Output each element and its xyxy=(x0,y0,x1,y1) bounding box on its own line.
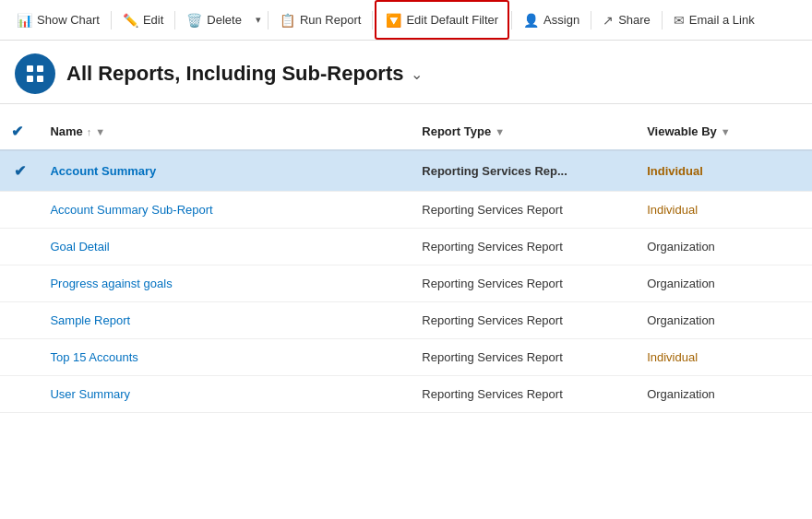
table-row[interactable]: Account Summary Sub-ReportReporting Serv… xyxy=(0,192,812,229)
svg-rect-2 xyxy=(27,76,33,82)
row-report-type-cell: Reporting Services Report xyxy=(411,229,636,265)
edit-icon: ✏️ xyxy=(123,13,138,28)
row-name-cell: Account Summary xyxy=(39,150,411,192)
row-check-cell[interactable] xyxy=(0,302,39,339)
row-name-cell: Progress against goals xyxy=(39,265,411,302)
report-name-link[interactable]: Sample Report xyxy=(50,313,130,327)
row-name-cell: Top 15 Accounts xyxy=(39,339,411,376)
separator-5 xyxy=(511,11,512,29)
separator-2 xyxy=(174,11,175,29)
row-viewable-by-cell: Individual xyxy=(636,150,812,192)
separator-7 xyxy=(662,11,663,29)
table-row[interactable]: ✔Account SummaryReporting Services Rep..… xyxy=(0,150,812,192)
row-viewable-by-cell: Organization xyxy=(636,229,812,265)
row-report-type-cell: Reporting Services Rep... xyxy=(411,150,636,192)
row-check-cell[interactable] xyxy=(0,339,39,376)
toolbar: 📊 Show Chart ✏️ Edit 🗑️ Delete ▾ 📋 Run R… xyxy=(0,0,812,41)
col-header-report-type: Report Type ▼ xyxy=(411,113,636,150)
more-actions-button[interactable]: ▾ xyxy=(251,0,266,40)
report-name-link[interactable]: User Summary xyxy=(50,387,130,401)
separator-1 xyxy=(111,11,112,29)
name-filter-icon[interactable]: ▼ xyxy=(95,126,105,137)
col-header-check: ✔ xyxy=(0,113,39,150)
edit-button[interactable]: ✏️ Edit xyxy=(113,0,173,40)
row-viewable-by-cell: Individual xyxy=(636,339,812,376)
table-row[interactable]: Progress against goalsReporting Services… xyxy=(0,265,812,302)
report-name-link[interactable]: Top 15 Accounts xyxy=(50,350,137,364)
separator-4 xyxy=(372,11,373,29)
svg-rect-0 xyxy=(27,65,33,72)
row-name-cell: Goal Detail xyxy=(39,229,411,265)
row-name-cell: Account Summary Sub-Report xyxy=(39,192,411,229)
chart-icon: 📊 xyxy=(17,13,32,28)
row-viewable-by-cell: Organization xyxy=(636,265,812,302)
row-check-cell[interactable] xyxy=(0,265,39,302)
table-row[interactable]: Goal DetailReporting Services ReportOrga… xyxy=(0,229,812,265)
row-report-type-cell: Reporting Services Report xyxy=(411,265,636,302)
table-header-row: ✔ Name ↑ ▼ Report Type ▼ xyxy=(0,113,812,150)
col-header-name: Name ↑ ▼ xyxy=(39,113,411,150)
delete-button[interactable]: 🗑️ Delete xyxy=(177,0,251,40)
run-icon: 📋 xyxy=(280,13,295,28)
share-icon: ↗ xyxy=(603,13,614,28)
email-icon: ✉ xyxy=(674,13,685,28)
filter-icon: 🔽 xyxy=(386,13,401,28)
svg-rect-1 xyxy=(37,65,43,72)
email-link-button[interactable]: ✉ Email a Link xyxy=(664,0,764,40)
col-header-viewable-by: Viewable By ▼ xyxy=(636,113,812,150)
reports-table: ✔ Name ↑ ▼ Report Type ▼ xyxy=(0,113,812,413)
name-sort-icon[interactable]: ↑ xyxy=(87,126,92,137)
reports-table-container: ✔ Name ↑ ▼ Report Type ▼ xyxy=(0,113,812,519)
show-chart-button[interactable]: 📊 Show Chart xyxy=(7,0,109,40)
table-row[interactable]: Top 15 AccountsReporting Services Report… xyxy=(0,339,812,376)
type-filter-icon[interactable]: ▼ xyxy=(495,126,505,137)
report-name-link[interactable]: Account Summary Sub-Report xyxy=(50,203,212,217)
report-name-link[interactable]: Account Summary xyxy=(50,164,156,178)
report-name-link[interactable]: Goal Detail xyxy=(50,240,109,254)
row-name-cell: Sample Report xyxy=(39,302,411,339)
row-report-type-cell: Reporting Services Report xyxy=(411,302,636,339)
run-report-button[interactable]: 📋 Run Report xyxy=(270,0,370,40)
row-name-cell: User Summary xyxy=(39,376,411,413)
row-report-type-cell: Reporting Services Report xyxy=(411,192,636,229)
report-name-link[interactable]: Progress against goals xyxy=(50,277,172,290)
row-viewable-by-cell: Individual xyxy=(636,192,812,229)
table-body: ✔Account SummaryReporting Services Rep..… xyxy=(0,150,812,413)
svg-rect-3 xyxy=(37,76,43,82)
page-title: All Reports, Including Sub-Reports xyxy=(66,62,403,86)
row-check-cell[interactable] xyxy=(0,376,39,413)
edit-default-filter-button[interactable]: 🔽 Edit Default Filter xyxy=(375,0,509,40)
separator-3 xyxy=(268,11,269,29)
viewable-filter-icon[interactable]: ▼ xyxy=(721,126,731,137)
assign-button[interactable]: 👤 Assign xyxy=(514,0,589,40)
share-button[interactable]: ↗ Share xyxy=(593,0,660,40)
row-viewable-by-cell: Organization xyxy=(636,302,812,339)
assign-icon: 👤 xyxy=(523,13,539,28)
row-report-type-cell: Reporting Services Report xyxy=(411,376,636,413)
row-check-cell[interactable] xyxy=(0,229,39,265)
table-row[interactable]: User SummaryReporting Services ReportOrg… xyxy=(0,376,812,413)
row-report-type-cell: Reporting Services Report xyxy=(411,339,636,376)
row-check-cell[interactable] xyxy=(0,192,39,229)
separator-6 xyxy=(591,11,591,29)
row-viewable-by-cell: Organization xyxy=(636,376,812,413)
table-row[interactable]: Sample ReportReporting Services ReportOr… xyxy=(0,302,812,339)
page-icon xyxy=(15,53,55,94)
row-check-cell[interactable]: ✔ xyxy=(0,150,39,192)
page-title-area: All Reports, Including Sub-Reports ⌄ xyxy=(66,62,423,86)
trash-icon: 🗑️ xyxy=(186,13,202,28)
title-dropdown-icon[interactable]: ⌄ xyxy=(411,65,423,83)
page-header: All Reports, Including Sub-Reports ⌄ xyxy=(0,41,812,104)
